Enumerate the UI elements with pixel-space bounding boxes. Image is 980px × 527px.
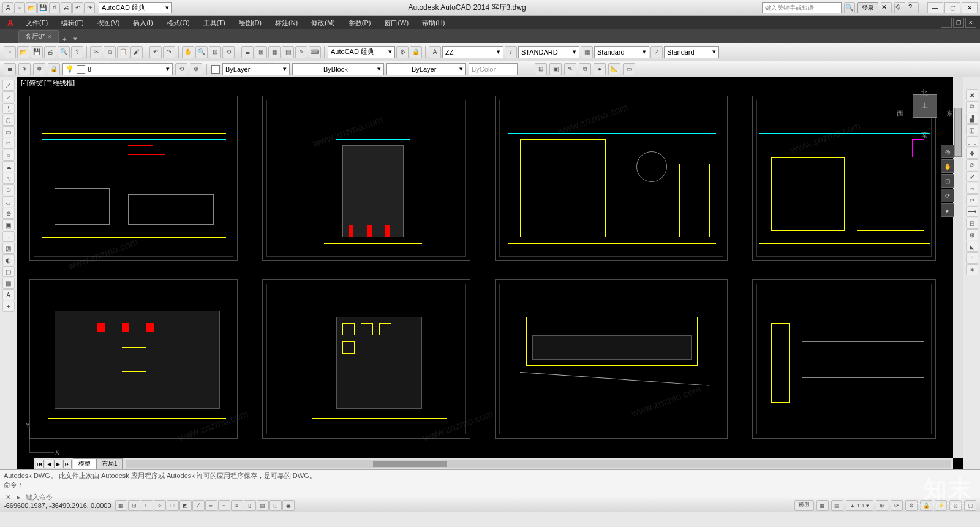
- select-icon[interactable]: ▭: [623, 63, 635, 75]
- extend-icon[interactable]: ⟶: [966, 206, 978, 217]
- new-tab-button[interactable]: +: [59, 36, 70, 43]
- plot-icon[interactable]: 🖨: [61, 2, 72, 13]
- quickview-layouts-icon[interactable]: ▦: [816, 500, 829, 511]
- xref-icon[interactable]: ⧉: [579, 63, 591, 75]
- layout-tab[interactable]: 布局1: [96, 458, 123, 469]
- new-icon[interactable]: ▫: [14, 2, 25, 13]
- new-icon[interactable]: ▫: [4, 46, 16, 58]
- model-tab[interactable]: 模型: [73, 458, 96, 469]
- osnap-toggle[interactable]: □: [167, 500, 179, 511]
- ortho-toggle[interactable]: ∟: [141, 500, 153, 511]
- workspace-dropdown[interactable]: AutoCAD 经典▾: [328, 46, 395, 58]
- annoscale-display[interactable]: ▲ 1:1 ▾: [846, 500, 873, 511]
- menu-tools[interactable]: 工具(T): [198, 17, 230, 29]
- close-button[interactable]: ✕: [962, 2, 978, 13]
- plotstyle-dropdown[interactable]: ByColor: [469, 63, 518, 75]
- model-space-button[interactable]: 模型: [794, 500, 814, 511]
- redo-icon[interactable]: ↷: [84, 2, 95, 13]
- join-icon[interactable]: ⊕: [966, 229, 978, 240]
- insert-icon[interactable]: ⊕: [2, 208, 15, 219]
- properties-icon[interactable]: ≣: [241, 46, 254, 58]
- minimize-button[interactable]: —: [927, 2, 943, 13]
- layer-dropdown[interactable]: 💡 8 ▾: [62, 63, 173, 75]
- menu-parametric[interactable]: 参数(P): [344, 17, 376, 29]
- command-chevron-icon[interactable]: ▸: [15, 493, 23, 501]
- textstyle-dropdown[interactable]: ZZ▾: [442, 46, 503, 58]
- arc-icon[interactable]: ◠: [2, 138, 15, 149]
- quickview-drawings-icon[interactable]: ▤: [831, 500, 843, 511]
- dimstyle-dropdown[interactable]: STANDARD▾: [518, 46, 579, 58]
- sheetset-icon[interactable]: ▤: [282, 46, 294, 58]
- menu-help[interactable]: 帮助(H): [417, 17, 450, 29]
- spline-icon[interactable]: ∿: [2, 173, 15, 184]
- menu-format[interactable]: 格式(O): [162, 17, 195, 29]
- action-recorder-icon[interactable]: ●: [594, 63, 606, 75]
- tablestyle-icon[interactable]: ▦: [581, 46, 593, 58]
- measure-icon[interactable]: 📐: [608, 63, 620, 75]
- ellipse-arc-icon[interactable]: ◡: [2, 196, 15, 207]
- zoom-extents-icon[interactable]: ⊡: [941, 174, 954, 188]
- lwt-toggle[interactable]: ≡: [231, 500, 243, 511]
- exchange-icon[interactable]: ✕: [881, 2, 892, 13]
- app-menu-icon[interactable]: A: [2, 2, 13, 13]
- cut-icon[interactable]: ✂: [90, 46, 102, 58]
- menu-file[interactable]: 文件(F): [21, 17, 53, 29]
- save-icon[interactable]: 💾: [37, 2, 48, 13]
- move-icon[interactable]: ✥: [966, 148, 978, 159]
- steering-wheel-icon[interactable]: ◎: [941, 145, 954, 158]
- workspace-switch-icon[interactable]: ⚙: [905, 500, 918, 511]
- viewcube[interactable]: 北 南 东 西 上: [894, 89, 956, 138]
- layer-prev-icon[interactable]: ⟲: [175, 63, 187, 75]
- paste-icon[interactable]: 📋: [117, 46, 129, 58]
- otrack-toggle[interactable]: ∠: [192, 500, 205, 511]
- insert-block-icon[interactable]: ⊞: [535, 63, 547, 75]
- quickcalc-icon[interactable]: ⌨: [309, 46, 321, 58]
- menu-window[interactable]: 窗口(W): [379, 17, 413, 29]
- toolpalette-icon[interactable]: ▦: [268, 46, 281, 58]
- copy-icon[interactable]: ⧉: [966, 101, 978, 112]
- mirror-icon[interactable]: ▟: [966, 113, 978, 124]
- layer-lock-icon[interactable]: 🔒: [48, 63, 60, 75]
- maximize-button[interactable]: ▢: [944, 2, 960, 13]
- pan-icon[interactable]: ✋: [182, 46, 194, 58]
- mleaderstyle-dropdown[interactable]: Standard▾: [664, 46, 719, 58]
- saveas-icon[interactable]: ⎙: [49, 2, 60, 13]
- chamfer-icon[interactable]: ◣: [966, 241, 978, 252]
- layer-states-icon[interactable]: ☀: [18, 63, 31, 75]
- tab-first-icon[interactable]: ⏮: [36, 460, 44, 468]
- mdi-close-button[interactable]: ✕: [965, 18, 976, 28]
- menu-modify[interactable]: 修改(M): [306, 17, 340, 29]
- hardware-accel-icon[interactable]: ⚡: [935, 500, 947, 511]
- matchprop-icon[interactable]: 🖌: [130, 46, 143, 58]
- linetype-dropdown[interactable]: ByBlock▾: [292, 63, 384, 75]
- tablestyle-dropdown[interactable]: Standard▾: [594, 46, 649, 58]
- search-icon[interactable]: 🔍: [844, 2, 855, 13]
- rotate-icon[interactable]: ⟳: [966, 159, 978, 170]
- offset-icon[interactable]: ◫: [966, 124, 978, 135]
- am-toggle[interactable]: ◉: [282, 500, 295, 511]
- circle-icon[interactable]: ○: [2, 150, 15, 161]
- orbit-icon[interactable]: ⟳: [941, 189, 954, 202]
- isolate-icon[interactable]: ◎: [949, 500, 962, 511]
- point-icon[interactable]: ·: [2, 231, 15, 242]
- snap-toggle[interactable]: ▦: [115, 500, 127, 511]
- grid-toggle[interactable]: ⊞: [128, 500, 140, 511]
- mdi-minimize-button[interactable]: —: [941, 18, 952, 28]
- ducs-toggle[interactable]: ⎄: [205, 500, 217, 511]
- polyline-icon[interactable]: ⟆: [2, 103, 15, 114]
- color-dropdown[interactable]: ByLayer▾: [222, 63, 290, 75]
- workspace-selector[interactable]: AutoCAD 经典▾: [99, 2, 172, 13]
- showmotion-icon[interactable]: ▸: [941, 203, 954, 217]
- tpy-toggle[interactable]: ▯: [244, 500, 256, 511]
- qp-toggle[interactable]: ▤: [257, 500, 269, 511]
- horizontal-scrollbar[interactable]: [126, 460, 951, 468]
- open-icon[interactable]: 📂: [26, 2, 37, 13]
- dimstyle-icon[interactable]: ⟟: [505, 46, 517, 58]
- file-tab-close-icon[interactable]: ✕: [47, 34, 52, 40]
- workspace-lock-icon[interactable]: 🔒: [410, 46, 422, 58]
- create-block-icon[interactable]: ▣: [549, 63, 562, 75]
- a360-icon[interactable]: ⯑: [894, 2, 905, 13]
- open-icon[interactable]: 📂: [17, 46, 29, 58]
- zoom-prev-icon[interactable]: ⟲: [222, 46, 235, 58]
- file-tab-active[interactable]: 客厅3* ✕: [18, 30, 59, 43]
